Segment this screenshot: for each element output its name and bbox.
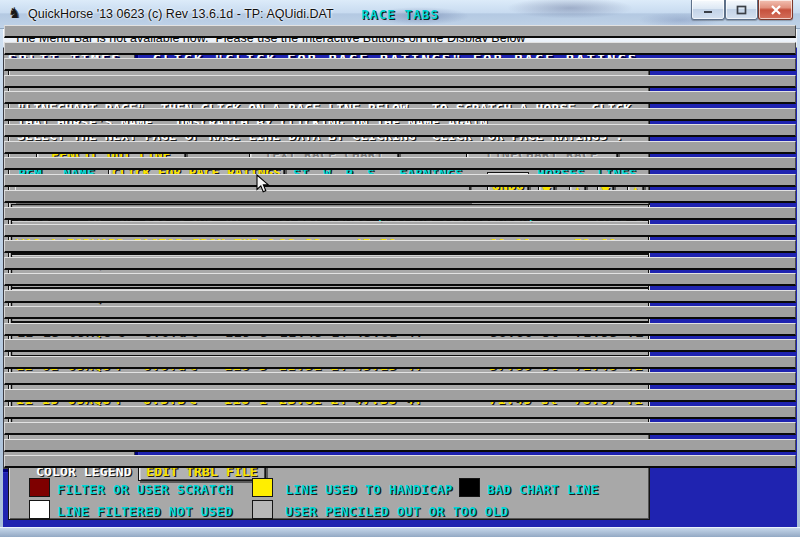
race-tabs-title: RACE TABS	[0, 7, 800, 22]
race-tab[interactable]	[4, 306, 796, 319]
race-tab[interactable]	[4, 240, 796, 253]
window-frame-left	[0, 29, 3, 527]
race-tab[interactable]	[4, 157, 796, 170]
race-tab[interactable]	[4, 141, 796, 154]
race-tab[interactable]	[4, 75, 796, 88]
window-frame-bottom	[0, 527, 800, 537]
race-tab[interactable]	[4, 422, 796, 435]
race-tab[interactable]	[4, 224, 796, 237]
race-tab[interactable]	[4, 439, 796, 452]
race-tab[interactable]	[4, 290, 796, 303]
race-tab[interactable]	[4, 58, 796, 71]
race-tab[interactable]	[4, 25, 796, 38]
race-tab[interactable]	[4, 455, 796, 468]
race-tab[interactable]	[4, 356, 796, 369]
race-tab[interactable]	[4, 323, 796, 336]
race-tabs-list	[4, 25, 796, 532]
race-tab[interactable]	[4, 42, 796, 55]
race-tabs-panel: RACE TABS	[0, 0, 138, 472]
race-tab[interactable]	[4, 91, 796, 104]
race-tab[interactable]	[4, 339, 796, 352]
race-tab[interactable]	[4, 124, 796, 137]
race-tab[interactable]	[4, 257, 796, 270]
race-tab[interactable]	[4, 406, 796, 419]
race-tab[interactable]	[4, 372, 796, 385]
race-tab[interactable]	[4, 207, 796, 220]
race-tab[interactable]	[4, 389, 796, 402]
quickhorse-window: ♞ QuickHorse '13 0623 (c) Rev 13.6.1d - …	[0, 0, 800, 537]
race-tab[interactable]	[4, 108, 796, 121]
race-tab[interactable]	[4, 174, 796, 187]
race-tab[interactable]	[4, 273, 796, 286]
mouse-cursor	[256, 174, 270, 198]
race-tab[interactable]	[4, 190, 796, 203]
